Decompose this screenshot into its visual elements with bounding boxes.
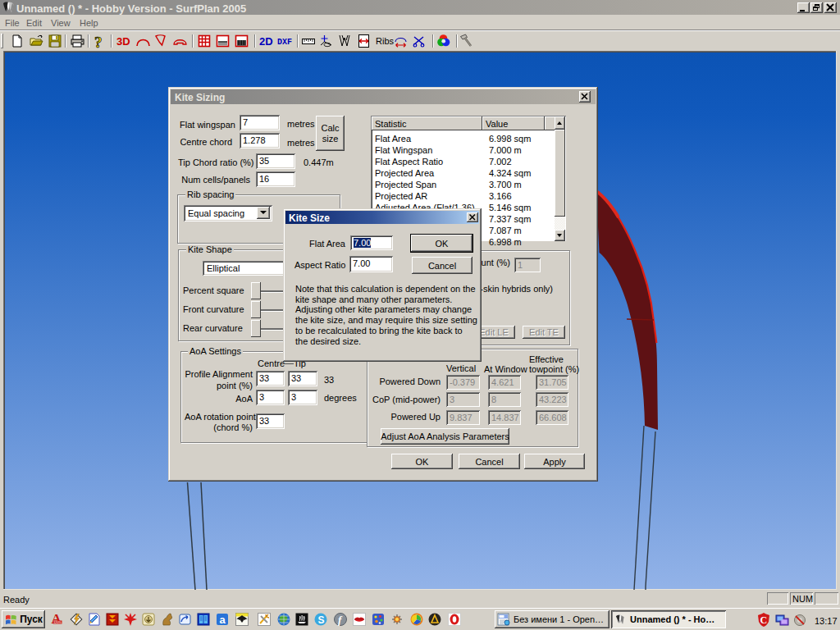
svg-text:120%: 120% — [53, 621, 62, 624]
svg-text:C: C — [760, 614, 768, 626]
svg-text:Ribs: Ribs — [376, 36, 395, 46]
svg-text:?: ? — [94, 34, 103, 51]
svg-text:DXF: DXF — [277, 38, 292, 47]
svg-text:2D: 2D — [259, 35, 273, 48]
svg-text:S: S — [318, 614, 325, 626]
svg-text:3D: 3D — [116, 35, 130, 48]
svg-text:a: a — [220, 614, 226, 626]
svg-text:A: A — [52, 611, 62, 627]
